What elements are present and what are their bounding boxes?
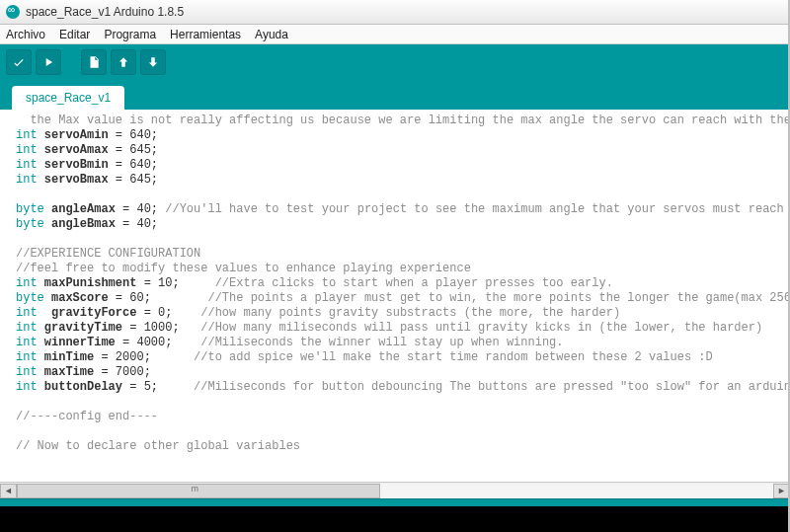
arduino-logo-icon [6, 5, 20, 19]
editor[interactable]: the Max value is not really affecting us… [0, 110, 790, 498]
console-panel [0, 506, 790, 532]
scroll-track[interactable]: m [17, 484, 773, 498]
code-area[interactable]: the Max value is not really affecting us… [0, 110, 790, 482]
scroll-left-button[interactable]: ◄ [0, 484, 17, 498]
statusbar [0, 498, 790, 506]
menu-programa[interactable]: Programa [104, 28, 156, 41]
menu-ayuda[interactable]: Ayuda [255, 28, 288, 41]
sketch-tab[interactable]: space_Race_v1 [12, 86, 124, 110]
toolbar [0, 44, 790, 80]
menubar: Archivo Editar Programa Herramientas Ayu… [0, 25, 790, 44]
window-title: space_Race_v1 Arduino 1.8.5 [26, 5, 184, 19]
file-icon [87, 55, 101, 69]
verify-button[interactable] [6, 49, 32, 75]
check-icon [12, 55, 26, 69]
arrow-up-icon [117, 55, 130, 69]
arrow-down-icon [146, 55, 160, 69]
upload-button[interactable] [36, 49, 61, 75]
scroll-thumb[interactable]: m [17, 484, 380, 498]
open-button[interactable] [111, 49, 136, 75]
tabstrip: space_Race_v1 [0, 80, 790, 110]
horizontal-scrollbar[interactable]: ◄ m ► [0, 482, 790, 498]
arrow-right-icon [41, 55, 55, 69]
save-button[interactable] [140, 49, 166, 75]
new-button[interactable] [81, 49, 107, 75]
scroll-marker: m [192, 484, 199, 494]
menu-archivo[interactable]: Archivo [6, 28, 45, 41]
menu-herramientas[interactable]: Herramientas [170, 28, 241, 41]
menu-editar[interactable]: Editar [59, 28, 90, 41]
window-titlebar: space_Race_v1 Arduino 1.8.5 [0, 0, 790, 25]
